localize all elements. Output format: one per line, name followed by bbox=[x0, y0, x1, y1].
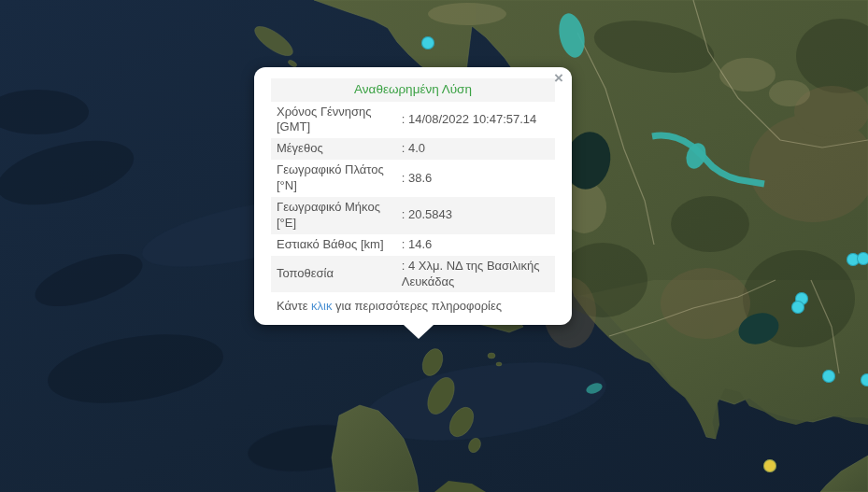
earthquake-info-popup: × Αναθεωρημένη Λύση Χρόνος Γέννησης [GMT… bbox=[254, 67, 572, 325]
earthquake-marker-yellow[interactable] bbox=[763, 459, 776, 472]
close-icon[interactable]: × bbox=[554, 70, 563, 86]
row-label: Χρόνος Γέννησης [GMT] bbox=[271, 102, 396, 139]
earthquake-marker[interactable] bbox=[857, 252, 868, 265]
table-row: Γεωγραφικό Πλάτος [°N] : 38.6 bbox=[271, 160, 555, 197]
row-label: Γεωγραφικό Μήκος [°E] bbox=[271, 197, 396, 234]
row-label: Μέγεθος bbox=[271, 138, 396, 160]
row-label: Τοποθεσία bbox=[271, 256, 396, 293]
table-row: Χρόνος Γέννησης [GMT] : 14/08/2022 10:47… bbox=[271, 102, 555, 139]
row-value: : 38.6 bbox=[396, 160, 555, 197]
table-row: Γεωγραφικό Μήκος [°E] : 20.5843 bbox=[271, 197, 555, 234]
row-value: : 4.0 bbox=[396, 138, 555, 160]
more-info-link[interactable]: κλικ bbox=[311, 299, 332, 313]
earthquake-marker[interactable] bbox=[822, 370, 835, 383]
earthquake-details-table: Χρόνος Γέννησης [GMT] : 14/08/2022 10:47… bbox=[271, 102, 555, 293]
footer-text-after: για περισσότερες πληροφορίες bbox=[332, 299, 502, 313]
row-value: : 4 Χλμ. ΝΔ της Βασιλικής Λευκάδας bbox=[396, 256, 555, 293]
earthquake-marker[interactable] bbox=[791, 301, 804, 314]
popup-title: Αναθεωρημένη Λύση bbox=[271, 78, 555, 102]
table-row: Μέγεθος : 4.0 bbox=[271, 138, 555, 160]
row-value: : 14.6 bbox=[396, 234, 555, 256]
row-value: : 14/08/2022 10:47:57.14 bbox=[396, 102, 555, 139]
row-label: Εστιακό Βάθος [km] bbox=[271, 234, 396, 256]
popup-footer: Κάντε κλικ για περισσότερες πληροφορίες bbox=[271, 292, 555, 316]
row-value: : 20.5843 bbox=[396, 197, 555, 234]
row-label: Γεωγραφικό Πλάτος [°N] bbox=[271, 160, 396, 197]
earthquake-marker[interactable] bbox=[421, 36, 434, 49]
table-row: Εστιακό Βάθος [km] : 14.6 bbox=[271, 234, 555, 256]
footer-text-before: Κάντε bbox=[277, 299, 311, 313]
earthquake-map-app: × Αναθεωρημένη Λύση Χρόνος Γέννησης [GMT… bbox=[0, 0, 868, 492]
earthquake-marker[interactable] bbox=[861, 373, 868, 387]
table-row: Τοποθεσία : 4 Χλμ. ΝΔ της Βασιλικής Λευκ… bbox=[271, 256, 555, 293]
